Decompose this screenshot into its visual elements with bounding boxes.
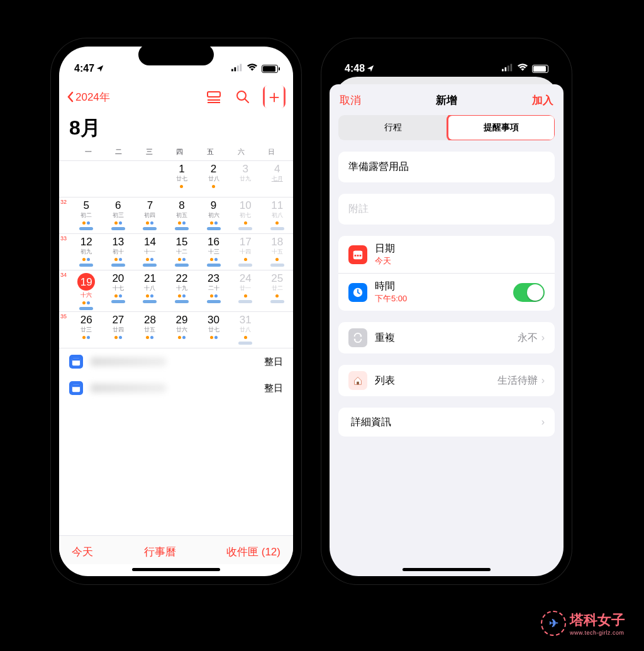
view-toggle-button[interactable] bbox=[205, 88, 223, 106]
notes-input[interactable]: 附註 bbox=[338, 194, 555, 225]
time-toggle[interactable] bbox=[513, 283, 545, 302]
event-row[interactable]: 整日 bbox=[59, 375, 293, 401]
calendar-day[interactable]: 26廿三 bbox=[70, 312, 103, 348]
calendar-day[interactable]: 6初三 bbox=[103, 198, 135, 233]
calendar-day[interactable]: 29廿六 bbox=[166, 312, 198, 348]
battery-icon bbox=[532, 65, 548, 73]
calendar-day[interactable]: 23二十 bbox=[197, 270, 230, 311]
calendar-day[interactable]: 7初四 bbox=[134, 198, 166, 233]
search-button[interactable] bbox=[234, 88, 252, 106]
calendar-grid[interactable]: 1廿七2廿八3廿九4七月325初二6初三7初四8初五9初六10初七11初八331… bbox=[59, 160, 293, 348]
chevron-left-icon bbox=[67, 91, 74, 103]
location-nav-icon bbox=[366, 64, 375, 73]
repeat-icon bbox=[348, 328, 367, 347]
wifi-icon bbox=[247, 63, 258, 74]
chevron-right-icon: › bbox=[541, 375, 545, 386]
calendar-day[interactable]: 11初八 bbox=[261, 198, 293, 233]
calendar-day bbox=[134, 161, 166, 197]
event-indicator-dots bbox=[210, 294, 218, 298]
event-indicator-dots bbox=[82, 258, 90, 262]
event-indicator-dots bbox=[210, 221, 218, 225]
segment-event[interactable]: 行程 bbox=[340, 116, 447, 139]
event-indicator-dots bbox=[82, 301, 90, 305]
calendar-day[interactable]: 31廿八 bbox=[230, 312, 262, 348]
segment-reminder-selected-highlighted[interactable]: 提醒事項 bbox=[447, 115, 555, 140]
calendar-day[interactable]: 28廿五 bbox=[134, 312, 166, 348]
event-indicator-dots bbox=[178, 294, 186, 298]
today-button[interactable]: 今天 bbox=[72, 545, 93, 559]
clock-icon bbox=[348, 283, 367, 302]
date-row[interactable]: 日期 今天 bbox=[338, 236, 555, 273]
add-event-button-highlighted[interactable]: ＋ bbox=[263, 86, 286, 108]
calendar-day[interactable]: 9初六 bbox=[197, 198, 230, 233]
svg-rect-3 bbox=[240, 64, 242, 72]
home-indicator[interactable] bbox=[132, 568, 220, 571]
calendar-day[interactable]: 2廿八 bbox=[197, 161, 230, 197]
svg-rect-20 bbox=[357, 255, 359, 257]
calendars-button[interactable]: 行事曆 bbox=[144, 545, 176, 559]
calendar-day[interactable]: 30廿七 bbox=[197, 312, 230, 348]
add-button[interactable]: 加入 bbox=[532, 93, 553, 108]
dynamic-island bbox=[138, 44, 214, 65]
calendar-icon bbox=[348, 245, 367, 264]
week-number: 34 bbox=[59, 270, 70, 311]
calendar-day[interactable]: 24廿一 bbox=[230, 270, 262, 311]
phone-right: 4:48 取消 新增 加入 bbox=[321, 38, 572, 585]
calendar-day[interactable]: 25廿二 bbox=[261, 270, 293, 311]
weekday-header: 一二 三四 五 六 日 bbox=[59, 147, 293, 160]
calendar-day bbox=[70, 161, 103, 197]
back-to-year-button[interactable]: 2024年 bbox=[67, 90, 110, 104]
event-list: 整日 整日 bbox=[59, 348, 293, 401]
svg-rect-23 bbox=[357, 382, 359, 385]
week-number: 32 bbox=[59, 198, 70, 233]
watermark: ✈ 塔科女子 www.tech-girlz.com bbox=[541, 611, 625, 636]
svg-rect-19 bbox=[355, 255, 357, 257]
cancel-button[interactable]: 取消 bbox=[340, 93, 361, 108]
dynamic-island bbox=[409, 44, 484, 65]
calendar-day[interactable]: 10初七 bbox=[230, 198, 262, 233]
repeat-row[interactable]: 重複 永不 › bbox=[338, 322, 555, 353]
calendar-day[interactable]: 20十七 bbox=[103, 270, 135, 311]
event-indicator-dots bbox=[114, 294, 122, 298]
event-indicator-dots bbox=[210, 258, 218, 262]
week-number: 35 bbox=[59, 312, 70, 348]
new-event-sheet: 取消 新增 加入 行程 提醒事項 準備露營用品 bbox=[330, 84, 564, 576]
calendar-day[interactable]: 27廿四 bbox=[103, 312, 135, 348]
svg-rect-16 bbox=[511, 64, 513, 72]
list-row[interactable]: 列表 生活待辦 › bbox=[338, 365, 555, 396]
reminder-title-input[interactable]: 準備露營用品 bbox=[338, 152, 555, 182]
svg-line-8 bbox=[245, 99, 248, 103]
home-indicator[interactable] bbox=[402, 568, 491, 571]
svg-rect-18 bbox=[353, 250, 362, 253]
calendar-day[interactable]: 22十九 bbox=[166, 270, 198, 311]
calendar-day[interactable]: 12初九 bbox=[70, 234, 103, 270]
calendar-toolbar: 今天 行事曆 收件匣 (12) bbox=[59, 535, 293, 564]
svg-rect-15 bbox=[508, 65, 509, 71]
calendar-day[interactable]: 18十五 bbox=[261, 234, 293, 270]
event-indicator-dots bbox=[146, 258, 153, 262]
event-row[interactable]: 整日 bbox=[59, 348, 293, 375]
inbox-button[interactable]: 收件匣 (12) bbox=[226, 545, 280, 559]
calendar-day[interactable]: 5初二 bbox=[70, 198, 103, 233]
calendar-day[interactable]: 14十一 bbox=[134, 234, 166, 270]
calendar-day[interactable]: 13初十 bbox=[103, 234, 135, 270]
svg-rect-2 bbox=[237, 65, 239, 71]
calendar-day[interactable]: 1廿七 bbox=[166, 161, 198, 197]
calendar-day[interactable]: 15十二 bbox=[166, 234, 198, 270]
location-nav-icon bbox=[96, 64, 104, 73]
calendar-day bbox=[103, 161, 135, 197]
calendar-day[interactable]: 4七月 bbox=[261, 161, 293, 197]
calendar-event-icon bbox=[69, 381, 83, 395]
calendar-day[interactable]: 3廿九 bbox=[230, 161, 262, 197]
calendar-day[interactable]: 21十八 bbox=[134, 270, 166, 311]
event-reminder-segmented-control[interactable]: 行程 提醒事項 bbox=[338, 115, 555, 140]
status-time: 4:48 bbox=[345, 63, 365, 74]
redacted-text bbox=[91, 357, 166, 366]
watermark-logo-icon: ✈ bbox=[541, 611, 566, 636]
details-row[interactable]: 詳細資訊 › bbox=[338, 408, 555, 437]
calendar-day[interactable]: 17十四 bbox=[230, 234, 262, 270]
calendar-day[interactable]: 16十三 bbox=[197, 234, 230, 270]
calendar-day[interactable]: 8初五 bbox=[166, 198, 198, 233]
time-row[interactable]: 時間 下午5:00 bbox=[338, 273, 555, 311]
calendar-day[interactable]: 19十六 bbox=[70, 270, 103, 311]
